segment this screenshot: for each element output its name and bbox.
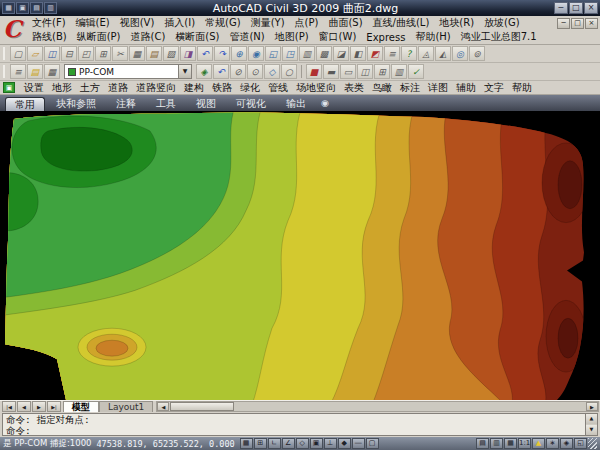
toolbar-handle[interactable] (3, 47, 6, 60)
ortho-toggle[interactable]: ∟ (268, 438, 281, 449)
resize-grip[interactable] (588, 438, 597, 449)
app-icon[interactable]: ▦ (2, 2, 15, 14)
ribbon-tab[interactable]: 视图 (187, 97, 225, 111)
layer-freeze-icon[interactable]: ◇ (264, 64, 280, 79)
sys-window-icon-3[interactable]: ▥ (44, 2, 57, 14)
menu-item[interactable]: Express (361, 32, 410, 43)
hongye-menu-item[interactable]: 绿化 (236, 81, 264, 95)
hongye-menu-item[interactable]: 详图 (424, 81, 452, 95)
mdi-close-button[interactable]: × (585, 18, 598, 29)
zoom-window-icon[interactable]: ◱ (265, 46, 281, 61)
first-tab-button[interactable]: |◀ (2, 401, 16, 412)
table-icon[interactable]: ⊞ (374, 64, 390, 79)
menu-item[interactable]: 直线/曲线(L) (368, 16, 435, 30)
menu-item[interactable]: 视图(V) (115, 16, 160, 30)
horizontal-scrollbar[interactable]: ◀ ▶ (156, 401, 599, 412)
linetype-icon[interactable]: ▬ (323, 64, 339, 79)
menu-item[interactable]: 常规(G) (200, 16, 246, 30)
layout-tab[interactable]: 模型 (63, 401, 99, 412)
lock-button[interactable]: ◈ (560, 438, 573, 449)
quick-calc-icon[interactable]: ≡ (384, 46, 400, 61)
minimize-button[interactable]: ─ (554, 2, 568, 14)
properties-icon[interactable]: ▥ (299, 46, 315, 61)
annotation-scale-button[interactable]: 1:1 (518, 438, 531, 449)
hongye-menu-item[interactable]: 铁路 (208, 81, 236, 95)
menu-item[interactable]: 插入(I) (159, 16, 200, 30)
lineweight-icon[interactable]: ▭ (340, 64, 356, 79)
ribbon-tab[interactable]: 常用 (5, 97, 45, 111)
menu-item[interactable]: 路线(B) (27, 30, 72, 44)
prev-tab-button[interactable]: ◀ (17, 401, 31, 412)
hongye-menu-item[interactable]: 土方 (76, 81, 104, 95)
layer-unisolate-icon[interactable]: ⊙ (247, 64, 263, 79)
hongye-menu-item[interactable]: 道路 (104, 81, 132, 95)
cut-icon[interactable]: ✂ (112, 46, 128, 61)
menu-item[interactable]: 窗口(W) (314, 30, 362, 44)
sheet-set-icon[interactable]: ◧ (350, 46, 366, 61)
menu-item[interactable]: 测量(Y) (246, 16, 290, 30)
mdi-restore-button[interactable]: □ (571, 18, 584, 29)
plot-icon[interactable]: ⊟ (61, 46, 77, 61)
annotation-autoscale-button[interactable]: ▲ (532, 438, 545, 449)
hongye-menu-item[interactable]: 场地竖向 (292, 81, 340, 95)
close-button[interactable]: × (584, 2, 598, 14)
drawing-canvas[interactable] (0, 111, 600, 400)
otrack-toggle[interactable]: ▣ (310, 438, 323, 449)
paste-icon[interactable]: ▤ (146, 46, 162, 61)
next-tab-button[interactable]: ▶ (32, 401, 46, 412)
hongye-menu-item[interactable]: 设置 (20, 81, 48, 95)
menu-item[interactable]: 横断面(S) (170, 30, 224, 44)
layer-off-icon[interactable]: ○ (281, 64, 297, 79)
ribbon-tab[interactable]: 工具 (147, 97, 185, 111)
last-tab-button[interactable]: ▶| (47, 401, 61, 412)
ribbon-tab[interactable]: 块和参照 (47, 97, 105, 111)
color-control-icon[interactable]: ■ (306, 64, 322, 79)
toolbar-handle[interactable] (3, 65, 6, 78)
mdi-minimize-button[interactable]: ─ (557, 18, 570, 29)
scroll-left-icon[interactable]: ◀ (157, 402, 169, 411)
quick-view-layouts-button[interactable]: ▥ (490, 438, 503, 449)
layer-icon[interactable]: ▤ (27, 64, 43, 79)
menu-item[interactable]: 道路(C) (126, 30, 171, 44)
qp-toggle[interactable]: ▢ (366, 438, 379, 449)
hongye-menu-item[interactable]: 帮助 (508, 81, 536, 95)
block-editor-icon[interactable]: ◨ (180, 46, 196, 61)
ribbon-tab[interactable]: 输出 (277, 97, 315, 111)
workspace-icon[interactable]: ⊚ (469, 46, 485, 61)
scroll-up-icon[interactable]: ▲ (586, 414, 597, 424)
zoom-previous-icon[interactable]: ◳ (282, 46, 298, 61)
snap-toggle[interactable]: ▦ (240, 438, 253, 449)
layer-properties-icon[interactable]: ≡ (10, 64, 26, 79)
publish-icon[interactable]: ⊞ (95, 46, 111, 61)
menu-item[interactable]: 管道(N) (224, 30, 269, 44)
clean-screen-button[interactable]: ◱ (574, 438, 587, 449)
menu-item[interactable]: 编辑(E) (71, 16, 115, 30)
ribbon-tab[interactable]: 注释 (107, 97, 145, 111)
express-tools-icon[interactable]: ◬ (418, 46, 434, 61)
zoom-realtime-icon[interactable]: ◉ (248, 46, 264, 61)
osnap-toggle[interactable]: ◇ (296, 438, 309, 449)
ribbon-tab[interactable]: 可视化 (227, 97, 275, 111)
layer-isolate-icon[interactable]: ⊘ (230, 64, 246, 79)
scroll-down-icon[interactable]: ▼ (586, 425, 597, 435)
scrollbar-thumb[interactable] (170, 402, 234, 411)
grid-toggle[interactable]: ⊞ (254, 438, 267, 449)
command-input[interactable]: 命令: 指定对角点: 命令: (2, 413, 585, 436)
qnew-icon[interactable]: ▢ (10, 46, 26, 61)
hongye-menu-item[interactable]: 表类 (340, 81, 368, 95)
model-space-button[interactable]: ▤ (476, 438, 489, 449)
orbit-icon[interactable]: ◎ (452, 46, 468, 61)
open-icon[interactable]: ▱ (27, 46, 43, 61)
hongye-menu-item[interactable]: 道路竖向 (132, 81, 180, 95)
lwt-toggle[interactable]: ― (352, 438, 365, 449)
tool-palettes-icon[interactable]: ◪ (333, 46, 349, 61)
layer-dropdown[interactable]: PP-COM ▼ (64, 64, 192, 79)
sys-window-icon-1[interactable]: ▣ (16, 2, 29, 14)
menu-item[interactable]: 地图(P) (270, 30, 314, 44)
layer-states-icon[interactable]: ▦ (44, 64, 60, 79)
ducs-toggle[interactable]: ⊥ (324, 438, 337, 449)
markup-icon[interactable]: ◩ (367, 46, 383, 61)
make-current-icon[interactable]: ◈ (196, 64, 212, 79)
menu-item[interactable]: 点(P) (290, 16, 324, 30)
hongye-menu-item[interactable]: 建构 (180, 81, 208, 95)
